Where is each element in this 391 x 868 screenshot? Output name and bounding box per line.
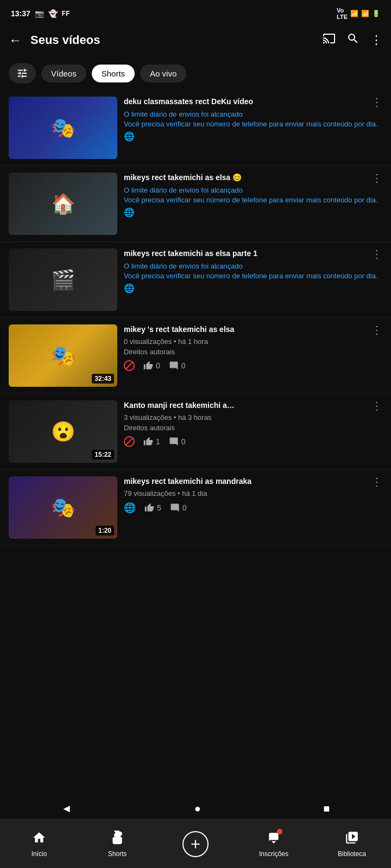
video-info: mikey 's rect takemichi as elsa ⋮ 0 visu… [124,324,382,371]
status-left: 13:37 📷 👻 FF [11,9,70,18]
sys-home-button[interactable]: ● [194,802,201,815]
video-meta: 3 visualizações • há 3 horas [124,413,382,422]
filter-live[interactable]: Ao vivo [140,65,186,82]
shorts-icon [110,831,124,848]
video-info-top: mikey 's rect takemichi as elsa ⋮ [124,324,382,335]
public-icon: 🌐 [124,283,382,293]
status-time: 13:37 [11,9,30,18]
video-info-top: deku clasmassates rect DeKu vídeo ⋮ [124,97,382,107]
video-duration: 1:20 [96,526,114,535]
video-duration: 15:22 [92,450,114,459]
status-battery-icon: 🔋 [372,10,380,17]
video-error-text: O limite diário de envios foi alcançado … [124,261,382,281]
video-item: 🎭 32:43 mikey 's rect takemichi as elsa … [0,318,391,394]
blocked-icon [124,360,135,371]
video-item: 🏠 mikeys rect takemichi as elsa 😊 ⋮ O li… [0,166,391,242]
bottom-nav: Início Shorts Inscrições [0,819,391,868]
nav-shorts[interactable]: Shorts [78,831,156,858]
video-thumbnail[interactable]: 😮 15:22 [9,400,117,463]
header: ← Seus vídeos ⋮ [0,24,391,56]
status-signal-icon: 📶 [361,10,369,17]
video-thumbnail[interactable]: 🎬 [9,248,117,311]
video-thumbnail[interactable]: 🏠 [9,173,117,235]
sys-recent-button[interactable]: ■ [323,802,330,815]
video-item: 🎭 1:20 mikeys rect takemichi as mandraka… [0,470,391,546]
status-volte-icon: VoLTE [337,7,348,20]
add-button[interactable] [182,831,209,857]
video-title: mikey 's rect takemichi as elsa [124,324,369,334]
video-more-button[interactable]: ⋮ [369,400,382,411]
video-more-button[interactable]: ⋮ [369,248,382,259]
sys-back-button[interactable]: ◄ [61,802,72,815]
video-more-button[interactable]: ⋮ [369,324,382,335]
status-icon-ff: FF [62,10,70,17]
like-button[interactable]: 5 [144,503,161,513]
subscriptions-icon [267,831,281,848]
thumbnail-art: 🏠 [9,173,117,235]
video-thumbnail[interactable]: 🎭 [9,97,117,159]
filter-videos[interactable]: Vídeos [41,65,86,82]
nav-subscriptions-label: Inscrições [259,850,288,858]
video-list: 🎭 deku clasmassates rect DeKu vídeo ⋮ O … [0,90,391,546]
video-title: deku clasmassates rect DeKu vídeo [124,97,369,106]
cast-icon[interactable] [323,32,336,48]
video-info: mikeys rect takemichi as elsa 😊 ⋮ O limi… [124,173,382,218]
library-icon [345,831,359,848]
video-info: deku clasmassates rect DeKu vídeo ⋮ O li… [124,97,382,142]
comment-button[interactable]: 0 [169,361,186,371]
video-actions: 1 0 [124,436,382,447]
nav-subscriptions[interactable]: Inscrições [235,831,313,858]
status-right: VoLTE 📶 📶 🔋 [337,7,380,20]
like-button[interactable]: 1 [143,437,160,446]
thumbnail-art: 🎬 [9,248,117,311]
video-title: mikeys rect takemichi as mandraka [124,476,369,486]
status-bar: 13:37 📷 👻 FF VoLTE 📶 📶 🔋 [0,0,391,24]
video-info: Kanto manji rect takemichi a… ⋮ 3 visual… [124,400,382,447]
public-icon: 🌐 [124,502,136,514]
status-wifi-icon: 📶 [350,10,358,17]
nav-library-label: Biblioteca [338,850,366,858]
like-button[interactable]: 0 [143,361,160,371]
video-title: mikeys rect takemichi as elsa parte 1 [124,248,369,258]
nav-add[interactable] [156,831,235,857]
search-icon[interactable] [346,32,360,48]
video-info: mikeys rect takemichi as elsa parte 1 ⋮ … [124,248,382,293]
video-error-text: O limite diário de envios foi alcançado … [124,110,382,129]
video-actions: 🌐 5 0 [124,502,382,514]
back-button[interactable]: ← [9,33,22,48]
video-copyright: Direitos autorais [124,424,382,432]
video-more-button[interactable]: ⋮ [369,97,382,107]
video-item: 🎭 deku clasmassates rect DeKu vídeo ⋮ O … [0,90,391,166]
comment-button[interactable]: 0 [170,503,187,513]
video-meta: 79 visualizações • há 1 dia [124,489,382,497]
video-info-top: mikeys rect takemichi as elsa parte 1 ⋮ [124,248,382,259]
video-thumbnail[interactable]: 🎭 1:20 [9,476,117,539]
filter-shorts[interactable]: Shorts [92,65,135,82]
video-more-button[interactable]: ⋮ [369,173,382,183]
video-more-button[interactable]: ⋮ [369,476,382,487]
header-actions: ⋮ [323,32,382,48]
video-info: mikeys rect takemichi as mandraka ⋮ 79 v… [124,476,382,514]
video-info-top: Kanto manji rect takemichi a… ⋮ [124,400,382,411]
video-item: 😮 15:22 Kanto manji rect takemichi a… ⋮ … [0,394,391,470]
video-error-text: O limite diário de envios foi alcançado … [124,186,382,205]
notification-badge [277,829,282,834]
home-icon [32,831,46,848]
video-thumbnail[interactable]: 🎭 32:43 [9,324,117,387]
video-duration: 32:43 [92,374,114,384]
thumbnail-art: 🎭 [9,97,117,159]
public-icon: 🌐 [124,131,382,142]
content-area: 🎭 deku clasmassates rect DeKu vídeo ⋮ O … [0,90,391,616]
nav-home[interactable]: Início [0,831,78,858]
system-nav: ◄ ● ■ [0,797,391,819]
comment-button[interactable]: 0 [169,437,186,446]
video-meta: 0 visualizações • há 1 hora [124,337,382,346]
page-title: Seus vídeos [30,33,314,47]
video-info-top: mikeys rect takemichi as elsa 😊 ⋮ [124,173,382,183]
filter-icon-button[interactable] [9,63,36,84]
more-options-icon[interactable]: ⋮ [370,33,382,47]
video-item: 🎬 mikeys rect takemichi as elsa parte 1 … [0,242,391,318]
filter-bar: Vídeos Shorts Ao vivo [0,56,391,90]
status-icon-ghost: 👻 [48,9,58,18]
nav-library[interactable]: Biblioteca [313,831,391,858]
